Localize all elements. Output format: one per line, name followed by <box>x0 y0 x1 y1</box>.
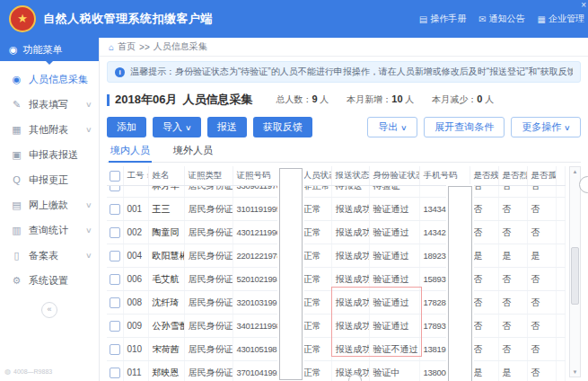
cell-cert_no: 220122197805 <box>233 244 299 268</box>
header-link-label: 企业管理 <box>549 13 584 25</box>
row-checkbox[interactable] <box>107 268 123 291</box>
breadcrumb-separator: >> <box>139 42 150 52</box>
select-all-checkbox[interactable] <box>107 166 123 186</box>
sidebar-item-other-schedules[interactable]: ▦其他附表∨ <box>0 117 99 142</box>
checkbox-icon <box>110 186 120 191</box>
footer-version-text: ◍ 4008—R9883 <box>4 368 52 376</box>
cell-verify_status: 验证通过 <box>369 244 419 268</box>
table-body: 林芳华居民身份证330901197000非正常待报送待验证否否否001王三居民身… <box>107 186 566 381</box>
document-icon: ▤ <box>419 14 427 24</box>
cell-actions <box>556 361 565 381</box>
table-row[interactable]: 001王三居民身份证310119199503正常报送成功验证通过1343423否… <box>107 198 565 221</box>
cell-person_status: 正常 <box>299 361 331 381</box>
tab-overseas-personnel[interactable]: 境外人员 <box>171 142 215 162</box>
stat-unit: 人 <box>403 94 415 104</box>
title-accent-bar <box>107 94 110 106</box>
table-body-clip: 林芳华居民身份证330901197000非正常待报送待验证否否否001王三居民身… <box>107 186 568 381</box>
table-row[interactable]: 008沈纤琦居民身份证320103199104正常报送成功验证通过1782884… <box>107 291 565 315</box>
checkbox-icon <box>110 297 120 308</box>
expand-query-button[interactable]: 展开查询条件 <box>424 117 505 137</box>
cell-elderly: 否 <box>527 315 556 338</box>
breadcrumb: ⌂ 首页 >> 人员信息采集 <box>100 38 588 57</box>
sidebar-item-declaration-correction[interactable]: Q申报更正 <box>0 167 99 192</box>
cell-report_status: 报送成功 <box>331 198 369 221</box>
header-link-notice[interactable]: ✉通知公告 <box>478 13 524 25</box>
button-label: 报送 <box>217 121 237 132</box>
column-header: 手机号码 <box>419 166 470 186</box>
header-link-enterprise[interactable]: ▦企业管理 <box>538 13 584 25</box>
home-icon: ⌂ <box>109 42 114 52</box>
sidebar-item-label: 人员信息采集 <box>29 73 88 86</box>
cell-martyr: 否 <box>498 291 527 315</box>
cell-verify_status: 验证通过 <box>369 268 419 291</box>
cell-person_status: 正常 <box>299 315 331 338</box>
column-header: 身份验证状态 <box>369 166 419 186</box>
row-checkbox[interactable] <box>107 338 123 361</box>
sidebar-item-label: 报表填写 <box>29 98 68 111</box>
vertical-scrollbar[interactable]: ▲ ▼ <box>569 166 581 377</box>
toolbar-primary: 添加导入∨报送获取反馈 <box>107 117 312 137</box>
stat-value: 10 <box>391 93 402 104</box>
export-button[interactable]: 导出∨ <box>367 117 417 137</box>
sidebar-item-report-filling[interactable]: ✎报表填写∨ <box>0 92 99 117</box>
footer-label: 4008—R9883 <box>13 368 52 375</box>
table-row[interactable]: 004欧阳慧彬居民身份证220122197805正常报送成功验证通过189238… <box>107 244 565 268</box>
table-row[interactable]: 006毛艾航居民身份证520102199312正常报送成功验证通过1589394… <box>107 268 565 291</box>
sidebar-item-system-settings[interactable]: ⚙系统设置 <box>0 268 99 293</box>
row-checkbox[interactable] <box>107 186 123 198</box>
floating-bottom-widget[interactable] <box>348 374 362 381</box>
row-checkbox[interactable] <box>107 198 123 221</box>
scroll-up-icon[interactable]: ▲ <box>570 167 580 176</box>
sidebar: ◉ 功能菜单 ◉人员信息采集✎报表填写∨▦其他附表∨▣申报表报送Q申报更正▤网上… <box>0 38 100 381</box>
more-actions-button[interactable]: 更多操作∨ <box>511 117 581 137</box>
header-link-label: 通知公告 <box>489 13 525 25</box>
sidebar-item-declaration-submit[interactable]: ▣申报表报送 <box>0 142 99 167</box>
sidebar-item-filing-form[interactable]: ▯备案表∨ <box>0 243 99 268</box>
add-button[interactable]: 添加 <box>107 117 146 137</box>
cell-person_status: 正常 <box>299 244 331 268</box>
breadcrumb-home[interactable]: 首页 <box>118 40 136 53</box>
scroll-down-icon[interactable]: ▼ <box>570 368 580 377</box>
submit-button[interactable]: 报送 <box>207 117 247 137</box>
header-link-manual[interactable]: ▤操作手册 <box>419 13 466 25</box>
breadcrumb-current: 人员信息采集 <box>154 40 207 53</box>
toolbar-secondary: 导出∨展开查询条件更多操作∨ <box>367 117 581 137</box>
cell-martyr: 是 <box>498 244 527 268</box>
row-checkbox[interactable] <box>107 361 123 381</box>
cell-disabled: 否 <box>470 291 498 315</box>
stat-label: 本月减少： <box>432 94 477 104</box>
stat-unit: 人 <box>482 94 494 104</box>
button-label: 更多操作 <box>522 121 561 132</box>
row-checkbox[interactable] <box>107 291 123 315</box>
scrollbar-thumb[interactable] <box>571 247 579 305</box>
mail-icon: ✉ <box>478 14 486 24</box>
table-row[interactable]: 林芳华居民身份证330901197000非正常待报送待验证否否否 <box>107 186 565 198</box>
table-row[interactable]: 011郑映恩居民身份证370104199208正常报送成功验证中1380000是… <box>107 361 565 381</box>
cell-disabled: 否 <box>470 186 498 198</box>
button-label: 获取反馈 <box>263 121 303 132</box>
tab-domestic-personnel[interactable]: 境内人员 <box>109 142 152 162</box>
sidebar-item-query-statistics[interactable]: ▥查询统计∨ <box>0 217 99 243</box>
table-row[interactable]: 002陶童同居民身份证430121199010正常报送成功验证通过1434238… <box>107 221 565 244</box>
cell-actions <box>556 315 565 338</box>
sidebar-collapse-button[interactable]: « <box>41 302 57 318</box>
cell-report_status: 报送成功 <box>331 338 369 361</box>
app-title: 自然人税收管理系统扣缴客户端 <box>43 11 213 27</box>
table-row[interactable]: 009公孙雪蕾居民身份证340121199810正常报送成功验证通过178939… <box>107 315 565 338</box>
row-checkbox[interactable] <box>107 244 123 268</box>
get-feedback-button[interactable]: 获取反馈 <box>253 117 312 137</box>
personnel-table: 工号↕姓名证照类型证照号码人员状态报送状态身份验证状态手机号码是否残疾是否烈属是… <box>107 166 581 381</box>
cell-verify_status: 验证不通过 <box>369 338 419 361</box>
close-icon[interactable]: × <box>581 0 586 10</box>
cell-report_status: 待报送 <box>331 186 369 198</box>
sidebar-item-personnel-collection[interactable]: ◉人员信息采集 <box>0 66 99 92</box>
row-checkbox[interactable] <box>107 221 123 244</box>
row-checkbox[interactable] <box>107 315 123 338</box>
sidebar-item-online-payment[interactable]: ▤网上缴款∨ <box>0 192 99 217</box>
cell-id: 004 <box>123 244 148 268</box>
menu-badge-icon: ◉ <box>9 44 18 56</box>
checkbox-icon <box>110 344 120 355</box>
import-button[interactable]: 导入∨ <box>153 117 201 137</box>
table-row[interactable]: 010宋荷茜居民身份证430105198105正常报送成功验证不通过138191… <box>107 338 565 361</box>
button-label: 展开查询条件 <box>434 121 494 132</box>
